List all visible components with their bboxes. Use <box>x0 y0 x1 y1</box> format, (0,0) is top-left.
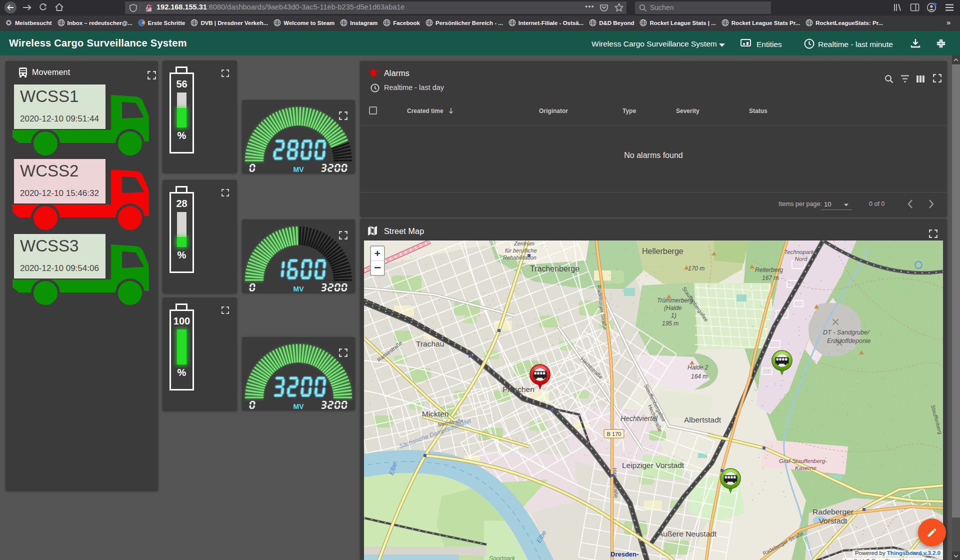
svg-text:Nord: Nord <box>795 256 808 262</box>
svg-text:Hellerberge: Hellerberge <box>642 247 684 256</box>
svg-text:Dresden-: Dresden- <box>610 550 638 558</box>
svg-text:für berufliche: für berufliche <box>505 248 537 254</box>
svg-text:Äußere Neustadt: Äußere Neustadt <box>658 530 717 538</box>
svg-text:Trachenberge: Trachenberge <box>530 264 580 273</box>
svg-text:Rehabilitation: Rehabilitation <box>503 254 536 260</box>
svg-text:Zentrum: Zentrum <box>514 240 534 246</box>
svg-text:195 m: 195 m <box>662 320 678 327</box>
svg-text:Graf-Stauffenberg-: Graf-Stauffenberg- <box>779 458 827 464</box>
svg-text:Leipziger Vorstadt: Leipziger Vorstadt <box>622 461 684 470</box>
svg-text:Reiterberg: Reiterberg <box>755 266 783 274</box>
svg-text:164 m: 164 m <box>691 373 708 380</box>
svg-text:B 170: B 170 <box>607 431 622 437</box>
svg-text:Vorstadt: Vorstadt <box>819 516 848 525</box>
svg-text:Sportpark: Sportpark <box>489 555 516 560</box>
svg-text:Erdstoffdeponie: Erdstoffdeponie <box>827 338 871 344</box>
svg-text:Albertstadt: Albertstadt <box>684 416 722 424</box>
svg-text:Halde 2: Halde 2 <box>688 364 708 371</box>
svg-text:Kaserne: Kaserne <box>795 465 816 471</box>
svg-text:170 m: 170 m <box>688 265 704 272</box>
svg-text:DT - Sandgrube/: DT - Sandgrube/ <box>823 329 870 336</box>
svg-text:Technopark: Technopark <box>784 249 814 255</box>
svg-text:MV: MV <box>294 285 304 293</box>
svg-text:167 m: 167 m <box>762 274 778 282</box>
svg-text:MV: MV <box>294 166 304 174</box>
svg-text:Mickten: Mickten <box>422 410 448 418</box>
svg-text:MV: MV <box>294 402 304 410</box>
svg-text:1): 1) <box>671 312 676 319</box>
svg-text:Trachau: Trachau <box>416 340 444 348</box>
svg-text:Radeberger: Radeberger <box>812 508 854 516</box>
svg-text:(Halde: (Halde <box>664 304 682 312</box>
